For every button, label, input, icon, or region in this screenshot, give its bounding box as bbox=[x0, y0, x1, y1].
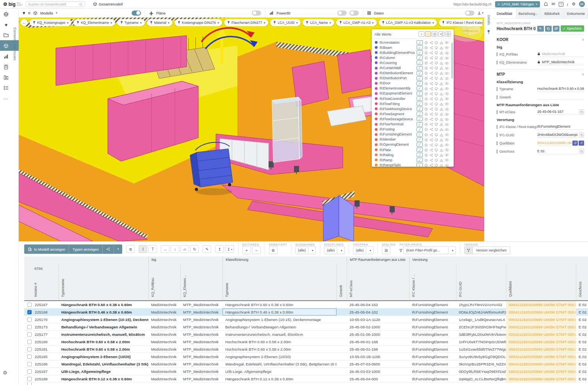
copy-icon[interactable] bbox=[579, 109, 584, 114]
ausnahmen-caret[interactable]: ▾ bbox=[310, 246, 316, 254]
fit-width-button[interactable]: ↔ bbox=[161, 245, 169, 253]
column-header-typname[interactable]: Typname bbox=[223, 263, 337, 300]
column-header-typenname[interactable]: Typenname bbox=[59, 263, 148, 300]
hide-element-button[interactable] bbox=[553, 26, 559, 32]
list-view-button[interactable]: ≣ bbox=[126, 245, 135, 253]
filter-profil-caret[interactable]: ▾ bbox=[450, 246, 456, 254]
column-header-quelldatei[interactable]: Quelldatei bbox=[506, 263, 576, 300]
row-checkbox[interactable] bbox=[27, 347, 32, 351]
powerbi-toggle-2[interactable] bbox=[349, 11, 359, 16]
notifications-bell-icon[interactable] bbox=[543, 2, 548, 7]
tab-bibliothek[interactable]: Bibliothek bbox=[540, 9, 564, 18]
disziplinen-caret[interactable]: ▾ bbox=[339, 246, 345, 254]
typname-cell[interactable]: Behandlungs-/ Verbandswagen Allgemein bbox=[223, 323, 337, 330]
colorize-tool-button[interactable] bbox=[425, 31, 431, 37]
share-icon[interactable] bbox=[429, 162, 433, 167]
ausnahmen-select[interactable]: (alle) bbox=[295, 246, 308, 254]
column-header-geschoss[interactable]: Geschoss bbox=[576, 263, 588, 300]
column-header-kq-elemen-[interactable]: KQ_Elemen... bbox=[180, 263, 223, 300]
user-avatar[interactable]: SE bbox=[579, 1, 585, 7]
table-row[interactable]: 225167Hängeschrank BTH 0.60 x 0.38 x 0.6… bbox=[24, 301, 588, 308]
sidebar-settings-gear-icon[interactable]: ⚙ bbox=[3, 370, 7, 376]
powerbi-toggle-1[interactable] bbox=[337, 11, 347, 16]
visibility-icon[interactable] bbox=[445, 162, 449, 167]
typname-cell[interactable]: U/B-Liege, Allgemeinpflege bbox=[223, 368, 337, 375]
filter-chip-kostengruppe-din276[interactable]: Kostengruppe DIN276▾ bbox=[175, 19, 222, 26]
tab-gesamtmodell[interactable]: Gesamtmodell bbox=[93, 2, 123, 6]
daten-toggle[interactable] bbox=[465, 11, 474, 16]
open-source-button[interactable]: ↗ bbox=[579, 141, 584, 146]
ifc-class-row[interactable]: IfcRampFlight bbox=[375, 162, 449, 167]
share-tool-button[interactable] bbox=[438, 31, 444, 37]
filter-chip-lca-gwp-a1-a3-kalkulation[interactable]: LCA_GWP A1-A3 Kalkulation▾ bbox=[379, 19, 437, 26]
filter-chip-ifc-klasse-revit-kategorie[interactable]: IFC Klasse / Revit Kategorie▾ bbox=[439, 19, 483, 26]
global-search-input[interactable]: Suchen im Gesamtmodell bbox=[26, 1, 85, 7]
row-checkbox[interactable] bbox=[27, 325, 32, 329]
settings-gear-icon[interactable]: ⚙ bbox=[572, 2, 576, 7]
tab-dokumente[interactable]: Dokumente bbox=[564, 9, 588, 18]
version-vergleichen-button[interactable]: Version vergleichen bbox=[464, 246, 510, 254]
show-options-caret[interactable]: ▾ bbox=[114, 244, 123, 254]
advanced-settings-button[interactable]: ⚙ bbox=[269, 246, 278, 254]
table-row[interactable]: 225170Angiographiesystem 1-Ebenen (10-15… bbox=[24, 316, 588, 323]
columns-button[interactable]: ⊞ bbox=[382, 246, 390, 254]
row-checkbox[interactable] bbox=[27, 369, 32, 374]
refresh-button[interactable]: ↻ bbox=[190, 245, 199, 253]
row-checkbox[interactable] bbox=[27, 332, 32, 337]
text-cursor-tool-button[interactable]: I bbox=[419, 31, 424, 37]
row-checkbox[interactable] bbox=[27, 303, 32, 307]
modelle-dropdown[interactable]: Modelle bbox=[40, 11, 53, 15]
sidebar-item-clipboard[interactable] bbox=[0, 61, 19, 72]
brush-button[interactable]: ✎ bbox=[203, 245, 211, 253]
filter-chip-lca-uuid[interactable]: LCA_UUID▾ bbox=[270, 19, 301, 26]
eraser-button[interactable]: ▱ bbox=[180, 245, 189, 253]
chips-back-button[interactable]: ← bbox=[21, 19, 28, 26]
remove-row-button[interactable]: − bbox=[252, 246, 261, 254]
row-checkbox[interactable] bbox=[27, 362, 32, 366]
filter-chip-kq-kostengruppe[interactable]: KQ_Kostengruppe▾ bbox=[30, 19, 71, 26]
isolate-tool-button[interactable] bbox=[432, 31, 438, 37]
daten-label[interactable]: Daten bbox=[374, 11, 384, 15]
save-button[interactable]: ✓Speichern bbox=[561, 25, 584, 32]
add-row-button[interactable]: + bbox=[242, 246, 251, 254]
column-header-gewerk[interactable]: Gewerk bbox=[337, 263, 347, 300]
isolate-icon[interactable] bbox=[424, 162, 428, 167]
typname-cell[interactable]: Hängeschrank BTH 0.60 x 0.38 x 0.60m bbox=[223, 301, 337, 308]
table-row[interactable]: 225181Hochschrank BTH 0.60 x 0.58 x 2.00… bbox=[24, 346, 588, 353]
project-selector-button[interactable]: ≡ LPH3_NMK Tübingen ▾ bbox=[495, 1, 540, 7]
column-header-ifc-klasse-[interactable]: IFC Klasse / ... bbox=[409, 263, 456, 300]
gruppen-select[interactable]: (alle) bbox=[353, 246, 366, 254]
plaene-toggle[interactable] bbox=[252, 11, 261, 16]
row-checkbox[interactable] bbox=[27, 340, 32, 344]
pin-panel-icon[interactable] bbox=[487, 28, 490, 35]
download-button[interactable]: ↧▾ bbox=[225, 245, 234, 253]
tab-detailblatt[interactable]: Detailblatt bbox=[493, 9, 517, 18]
messages-icon[interactable]: ✉ bbox=[552, 2, 555, 7]
table-row[interactable]: 225180Hochschrank BTH 0.60 x 0.58 x 2.00… bbox=[24, 338, 588, 346]
typname-cell[interactable]: Instrumentenzureichetisch, manuell, 60x4… bbox=[223, 331, 337, 338]
row-checkbox[interactable] bbox=[27, 355, 32, 359]
typen-anzeigen-button[interactable]: Typen anzeigen bbox=[69, 244, 103, 254]
table-row[interactable]: 225173Behandlungs-/ Verbandswagen Allgem… bbox=[24, 323, 588, 331]
typname-cell[interactable]: Hängeschrank BTH 0.46 x 0.38 x 0.60m bbox=[223, 308, 337, 315]
tab-beziehung[interactable]: Beziehung... bbox=[517, 9, 540, 18]
gruppen-caret[interactable]: ▾ bbox=[367, 246, 374, 254]
in-modell-anzeigen-button[interactable]: In Modell anzeigen bbox=[24, 244, 69, 254]
sidebar-item-tasklist[interactable] bbox=[0, 82, 19, 93]
gewerk-input[interactable] bbox=[537, 94, 584, 100]
table-row[interactable]: 225177Instrumentenzureichetisch, manuell… bbox=[24, 331, 588, 338]
info-icon[interactable]: i bbox=[567, 2, 568, 7]
row-checkbox[interactable] bbox=[27, 377, 32, 381]
warning-icon[interactable] bbox=[440, 162, 443, 167]
filter-chip-lca-name[interactable]: LCA_Name▾ bbox=[303, 19, 334, 26]
section-mtp[interactable]: MTP ∨ bbox=[497, 71, 584, 78]
typname-cell[interactable]: Wandregal, Edelstahl, Urinflaschenhalter… bbox=[223, 360, 337, 367]
export-icon[interactable]: ▾ bbox=[477, 11, 483, 15]
modelle-toggle[interactable] bbox=[132, 11, 141, 16]
table-row[interactable]: 225185Angiographiesystem 2-Ebenen (10/20… bbox=[24, 353, 588, 360]
values-scrollbar[interactable] bbox=[451, 43, 453, 78]
section-koor[interactable]: KOOR ∨ bbox=[497, 36, 584, 43]
column-header-instanz-[interactable]: 6766Instanz # bbox=[24, 263, 59, 300]
table-row[interactable]: ✓225168Hängeschrank BTH 0.46 x 0.38 x 0.… bbox=[24, 308, 588, 316]
table-row[interactable]: 225187U/B-Liege, AllgemeinpflegeMedizint… bbox=[24, 368, 588, 375]
